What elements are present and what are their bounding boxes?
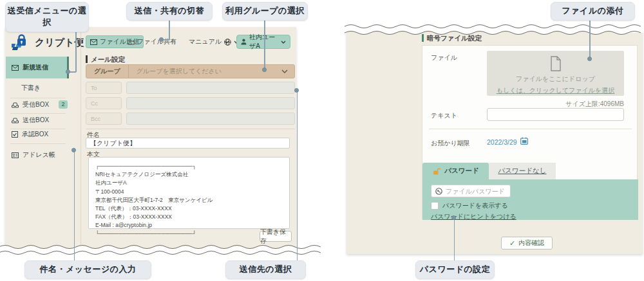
file-settings-panel: 暗号ファイル設定 ファイル ファイルをここにドロップ もしくは、クリックしてファ… (346, 28, 643, 254)
inbox-icon (12, 102, 19, 108)
sidebar-item-label: 承認BOX (22, 130, 48, 139)
text-label: テキスト (431, 111, 457, 120)
sidebar-item-approvalbox[interactable]: 承認BOX (12, 130, 48, 139)
cc-input[interactable] (126, 97, 295, 109)
show-password-label: パスワードを表示する (442, 201, 508, 210)
divider (10, 129, 66, 129)
folder-share-icon (128, 39, 135, 45)
sidebar-item-label: 下書き (21, 84, 41, 93)
to-field-selector[interactable]: To (86, 82, 122, 94)
password-section: パスワードを表示する パスワードにヒントをつける (422, 179, 638, 220)
tab-password-label: パスワード (444, 167, 478, 176)
user-icon (241, 39, 247, 45)
divider (429, 129, 632, 129)
app-logo-text: クリプト便 (35, 37, 84, 49)
to-label: To (91, 85, 97, 91)
connector-line (169, 19, 170, 40)
callout-password-setting: パスワードの設定 (415, 260, 495, 279)
connector-line (297, 90, 298, 260)
file-password-field[interactable] (431, 185, 511, 197)
expiry-date-value[interactable]: 2022/3/29 (487, 138, 517, 146)
bcc-field-selector[interactable]: Bcc (86, 113, 122, 125)
file-label: ファイル (431, 53, 457, 62)
torn-edge-wave (345, 22, 644, 39)
connector-dot (159, 37, 164, 42)
sidebar-item-draft[interactable]: 下書き (21, 84, 41, 93)
show-password-option[interactable]: パスワードを表示する (431, 201, 508, 210)
approve-check-icon (12, 131, 18, 138)
torn-edge-wave (0, 242, 327, 258)
connector-dot (587, 57, 592, 61)
lock-logo-icon (12, 34, 31, 51)
to-input[interactable] (126, 82, 295, 94)
chevron-down-icon (281, 41, 286, 44)
group-placeholder: グループを選択してください (129, 67, 281, 76)
file-password-input[interactable] (446, 188, 504, 195)
callout-subject-message: 件名・メッセージの入力 (24, 260, 151, 279)
nav-file-share-label: ファイル共有 (137, 37, 176, 46)
body-textarea[interactable]: ┌────────────────────────┐ NRIセキュアテクノロジー… (88, 157, 290, 229)
confirm-content-button[interactable]: ✓ 内容確認 (501, 237, 553, 249)
app-logo: クリプト便 (12, 34, 84, 51)
body-signature-text: ┌────────────────────────┐ NRIセキュアテクノロジー… (89, 158, 289, 243)
cc-label: Cc (91, 100, 98, 107)
sidebar-item-new-send[interactable]: 新規送信 (6, 57, 69, 78)
cc-field-selector[interactable]: Cc (86, 97, 122, 109)
check-icon: ✓ (509, 239, 515, 248)
connector-dot (66, 69, 70, 74)
drop-zone-text: ファイルをここにドロップ (487, 75, 624, 84)
nav-file-share-button[interactable]: ファイル共有 (124, 35, 180, 48)
sidebar-item-label: 送信BOX (23, 116, 49, 125)
mail-icon (12, 65, 19, 71)
nav-user-menu[interactable]: 社内ユーザA (236, 35, 290, 49)
file-document-icon (487, 56, 624, 71)
nav-manual-label: マニュアル (189, 37, 222, 46)
subject-input[interactable] (86, 138, 290, 149)
divider (86, 129, 295, 129)
sidebar-item-sentbox[interactable]: 送信BOX (12, 116, 49, 125)
inbox-count-badge: 2 (59, 100, 68, 109)
text-input[interactable] (487, 108, 624, 121)
sidebar-item-address-book[interactable]: アドレス帳 (12, 150, 55, 159)
sidebar-item-label: 受信BOX (23, 100, 49, 109)
save-draft-button[interactable]: 下書き保存 (260, 231, 292, 242)
tab-no-password[interactable]: パスワードなし (489, 163, 556, 179)
callout-group-select: 利用グループの選択 (222, 2, 308, 21)
group-label: グループ (86, 65, 129, 78)
connector-dot (262, 68, 267, 72)
callout-send-share-toggle: 送信・共有の切替 (126, 2, 213, 21)
outbox-icon (12, 118, 19, 123)
calendar-icon[interactable] (520, 137, 528, 145)
file-select-link[interactable]: もしくは、クリックしてファイルを選択 (497, 86, 615, 95)
bcc-input[interactable] (126, 113, 295, 125)
file-settings-card: ファイル ファイルをここにドロップ もしくは、クリックしてファイルを選択 サイズ… (422, 45, 638, 219)
sidebar-item-label: アドレス帳 (23, 150, 55, 159)
section-bar (86, 55, 88, 63)
bcc-label: Bcc (91, 116, 100, 122)
connector-dot (294, 88, 299, 93)
confirm-content-label: 内容確認 (518, 239, 544, 248)
divider (10, 113, 66, 114)
sidebar-divider (80, 32, 81, 246)
tab-password[interactable]: パスワード (422, 163, 489, 179)
chevron-down-icon (281, 69, 294, 73)
show-password-checkbox[interactable] (431, 202, 439, 210)
unlock-icon (432, 168, 440, 175)
address-book-icon (12, 152, 19, 158)
connector-line (74, 150, 75, 260)
file-drop-zone[interactable]: ファイルをここにドロップ もしくは、クリックしてファイルを選択 (487, 51, 624, 96)
mail-icon (90, 39, 97, 45)
connector-dot (451, 215, 456, 220)
divider (10, 98, 66, 98)
password-hint-link[interactable]: パスワードにヒントをつける (431, 212, 516, 221)
connector-dot (71, 148, 76, 152)
connector-line (264, 19, 265, 69)
callout-recipient-select: 送信先の選択 (225, 260, 306, 279)
connector-line (589, 19, 591, 59)
size-limit-text: サイズ上限:4096MB (519, 100, 624, 109)
callout-file-attach: ファイルの添付 (551, 2, 635, 21)
sidebar-item-label: 新規送信 (23, 63, 48, 72)
sidebar-item-inbox[interactable]: 受信BOX (12, 100, 49, 109)
divider (10, 143, 66, 144)
connector-line (454, 217, 455, 260)
